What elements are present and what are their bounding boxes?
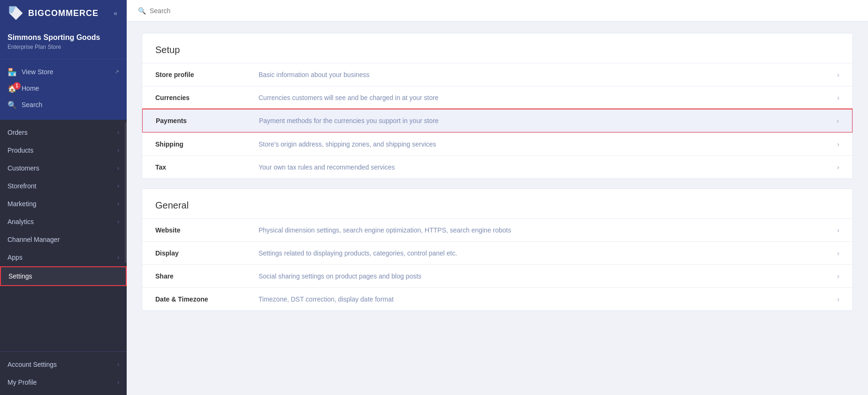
setup-card: Setup Store profile Basic information ab… [142,33,853,179]
sidebar-item-my-profile[interactable]: My Profile › [0,373,127,391]
currencies-label: Currencies [155,94,259,101]
sidebar-quick-links: 🏪 View Store ↗ 🏠 1 Home 🔍 Search [0,59,127,120]
marketing-label: Marketing [8,200,36,208]
store-info: Simmons Sporting Goods Enterprise Plan S… [0,26,127,59]
website-desc: Physical dimension settings, search engi… [259,226,830,234]
storefront-label: Storefront [8,182,36,190]
view-store-label: View Store [22,68,53,76]
sidebar-scrollbar[interactable] [125,122,127,263]
currencies-chevron-icon: › [837,94,839,101]
topbar: 🔍 [127,0,868,22]
payments-chevron-icon: › [837,117,839,124]
search-nav-icon: 🔍 [8,101,17,109]
currencies-desc: Currencies customers will see and be cha… [259,94,830,101]
website-row[interactable]: Website Physical dimension settings, sea… [142,218,853,241]
sidebar-item-view-store[interactable]: 🏪 View Store ↗ [0,64,127,80]
store-profile-label: Store profile [155,71,259,78]
channel-manager-label: Channel Manager [8,236,60,243]
tax-desc: Your own tax rules and recommended servi… [259,163,830,171]
apps-chevron-icon: › [117,254,119,261]
sidebar-item-orders[interactable]: Orders › [0,124,127,141]
date-timezone-row[interactable]: Date & Timezone Timezone, DST correction… [142,287,853,310]
share-desc: Social sharing settings on product pages… [259,272,830,280]
home-label: Home [22,85,39,92]
payments-label: Payments [156,117,259,124]
shipping-desc: Store's origin address, shipping zones, … [259,140,830,148]
sidebar-item-storefront[interactable]: Storefront › [0,177,127,195]
share-row[interactable]: Share Social sharing settings on product… [142,264,853,287]
analytics-label: Analytics [8,218,34,225]
orders-label: Orders [8,129,28,136]
sidebar-item-home[interactable]: 🏠 1 Home [0,80,127,97]
sidebar-item-products[interactable]: Products › [0,141,127,159]
sidebar-item-search[interactable]: 🔍 Search [0,97,127,113]
sidebar-item-channel-manager[interactable]: Channel Manager [0,231,127,248]
sidebar-item-settings[interactable]: Settings [0,266,127,286]
sidebar: BIGCOMMERCE « Simmons Sporting Goods Ent… [0,0,127,395]
sidebar-nav: Orders › Products › Customers › Storefro… [0,120,127,351]
my-profile-chevron-icon: › [117,379,119,386]
account-settings-label: Account Settings [8,361,57,368]
share-label: Share [155,272,259,280]
apps-label: Apps [8,254,23,261]
general-section-title: General [142,189,853,218]
storefront-chevron-icon: › [117,183,119,189]
display-desc: Settings related to displaying products,… [259,249,830,257]
display-label: Display [155,249,259,257]
sidebar-item-apps[interactable]: Apps › [0,248,127,266]
bigcommerce-logo-icon [8,5,24,22]
store-name: Simmons Sporting Goods [8,33,119,43]
external-link-icon: ↗ [114,69,119,75]
share-chevron-icon: › [837,272,839,280]
home-badge: 1 [13,82,21,90]
display-chevron-icon: › [837,249,839,257]
tax-chevron-icon: › [837,163,839,171]
store-icon: 🏪 [8,68,17,77]
payments-row[interactable]: Payments Payment methods for the currenc… [142,108,853,133]
search-icon: 🔍 [138,7,146,15]
main-content: 🔍 Setup Store profile Basic information … [127,0,868,395]
search-label: Search [22,101,42,108]
sidebar-bottom: Account Settings › My Profile › [0,351,127,395]
orders-chevron-icon: › [117,129,119,136]
store-profile-chevron-icon: › [837,71,839,78]
general-card: General Website Physical dimension setti… [142,188,853,311]
logo-area: BIGCOMMERCE [8,5,99,22]
account-settings-chevron-icon: › [117,361,119,368]
website-chevron-icon: › [837,226,839,234]
my-profile-label: My Profile [8,379,37,386]
sidebar-item-customers[interactable]: Customers › [0,159,127,177]
shipping-label: Shipping [155,140,259,148]
currencies-row[interactable]: Currencies Currencies customers will see… [142,86,853,109]
date-timezone-desc: Timezone, DST correction, display date f… [259,295,830,303]
products-label: Products [8,147,33,154]
logo-text: BIGCOMMERCE [28,8,99,18]
settings-label: Settings [8,272,32,280]
tax-label: Tax [155,163,259,171]
store-profile-row[interactable]: Store profile Basic information about yo… [142,63,853,86]
date-timezone-label: Date & Timezone [155,295,259,303]
display-row[interactable]: Display Settings related to displaying p… [142,241,853,264]
analytics-chevron-icon: › [117,218,119,225]
payments-desc: Payment methods for the currencies you s… [259,117,829,124]
collapse-sidebar-button[interactable]: « [112,8,119,19]
sidebar-item-analytics[interactable]: Analytics › [0,213,127,231]
shipping-chevron-icon: › [837,140,839,148]
tax-row[interactable]: Tax Your own tax rules and recommended s… [142,155,853,178]
sidebar-item-account-settings[interactable]: Account Settings › [0,356,127,373]
search-input[interactable] [150,7,290,15]
store-plan: Enterprise Plan Store [8,44,119,50]
customers-label: Customers [8,164,39,172]
products-chevron-icon: › [117,147,119,154]
shipping-row[interactable]: Shipping Store's origin address, shippin… [142,132,853,155]
sidebar-item-marketing[interactable]: Marketing › [0,195,127,213]
sidebar-header: BIGCOMMERCE « [0,0,127,26]
customers-chevron-icon: › [117,165,119,171]
website-label: Website [155,226,259,234]
content-area: Setup Store profile Basic information ab… [127,22,868,395]
marketing-chevron-icon: › [117,201,119,207]
store-profile-desc: Basic information about your business [259,71,830,78]
date-timezone-chevron-icon: › [837,295,839,303]
setup-section-title: Setup [142,33,853,63]
